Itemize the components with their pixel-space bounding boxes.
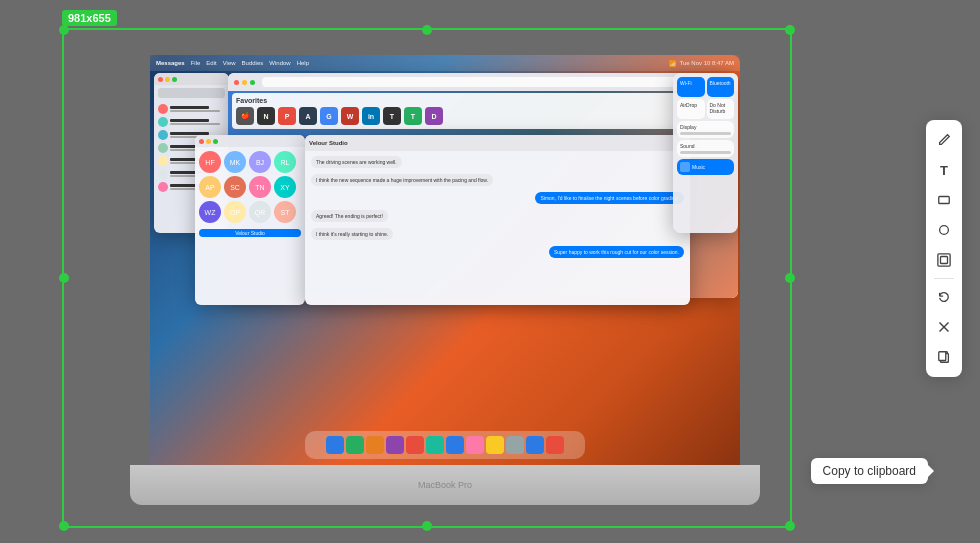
image-button[interactable] — [930, 246, 958, 274]
dock-icon-appstore[interactable] — [506, 436, 524, 454]
cc-donotdisturb-tile[interactable]: Do Not Disturb — [707, 99, 735, 119]
avatar — [158, 104, 168, 114]
fav-linkedin[interactable]: in — [362, 107, 380, 125]
contact-avatar[interactable]: MK — [224, 151, 246, 173]
close-button[interactable] — [930, 313, 958, 341]
contact-avatar[interactable]: WZ — [199, 201, 221, 223]
svg-rect-0 — [939, 197, 950, 204]
wifi-label: Wi-Fi — [680, 80, 702, 86]
sound-slider[interactable] — [680, 151, 731, 154]
dock-icon-trash[interactable] — [546, 436, 564, 454]
contact-avatar[interactable]: BJ — [249, 151, 271, 173]
menubar-edit: Edit — [206, 60, 216, 66]
contact-avatar[interactable]: OP — [224, 201, 246, 223]
bluetooth-label: Bluetooth — [710, 80, 732, 86]
dock-icon-photos[interactable] — [406, 436, 424, 454]
contact-avatar[interactable]: QR — [249, 201, 271, 223]
cc-music-tile[interactable]: Music — [677, 159, 734, 175]
fav-ace[interactable]: A — [299, 107, 317, 125]
list-item[interactable] — [156, 116, 227, 128]
contact-selected[interactable]: Velour Studio — [199, 229, 301, 237]
svg-rect-3 — [941, 257, 948, 264]
handle-middle-left[interactable] — [59, 273, 69, 283]
dock-icon-music[interactable] — [446, 436, 464, 454]
avatar — [158, 130, 168, 140]
cc-sound-tile[interactable]: Sound — [677, 140, 734, 157]
dock-icon-safari[interactable] — [426, 436, 444, 454]
contact-name-label: Velour Studio — [195, 227, 305, 239]
traffic-light-red[interactable] — [158, 77, 163, 82]
dock-icon-notes[interactable] — [486, 436, 504, 454]
safari-favorites-title: Favorites — [236, 97, 730, 104]
chat-title: Velour Studio — [309, 140, 348, 146]
undo-button[interactable] — [930, 283, 958, 311]
menubar-items: Messages File Edit View Buddies Window H… — [156, 60, 665, 66]
chat-contacts-window: HF MK BJ RL AP SC TN XY WZ OP QR ST Velo… — [195, 135, 305, 305]
avatar — [158, 156, 168, 166]
menubar-help: Help — [297, 60, 309, 66]
dock-icon-finder[interactable] — [326, 436, 344, 454]
annotate-button[interactable] — [930, 126, 958, 154]
mac-menubar: Messages File Edit View Buddies Window H… — [150, 55, 740, 71]
contact-avatar[interactable]: TN — [249, 176, 271, 198]
circle-button[interactable] — [930, 216, 958, 244]
message-bubble: I think the new sequence made a huge imp… — [311, 174, 493, 186]
handle-bottom-right[interactable] — [785, 521, 795, 531]
copy-clipboard-button[interactable] — [930, 343, 958, 371]
handle-top-center[interactable] — [422, 25, 432, 35]
chat-tl-green[interactable] — [213, 139, 218, 144]
messages-search[interactable] — [158, 88, 225, 98]
dock-icon-mail[interactable] — [386, 436, 404, 454]
handle-top-left[interactable] — [59, 25, 69, 35]
handle-bottom-center[interactable] — [422, 521, 432, 531]
avatar — [158, 117, 168, 127]
cc-airdrop-tile[interactable]: AirDrop — [677, 99, 705, 119]
fav-tet[interactable]: T — [404, 107, 422, 125]
handle-middle-right[interactable] — [785, 273, 795, 283]
avatar — [158, 143, 168, 153]
dock-icon-podcasts[interactable] — [466, 436, 484, 454]
safari-urlbar[interactable] — [262, 77, 728, 87]
contact-avatar[interactable]: HF — [199, 151, 221, 173]
contact-avatar[interactable]: RL — [274, 151, 296, 173]
list-item[interactable] — [156, 103, 227, 115]
cc-bluetooth-tile[interactable]: Bluetooth — [707, 77, 735, 97]
fav-t[interactable]: T — [383, 107, 401, 125]
handle-bottom-left[interactable] — [59, 521, 69, 531]
text-button[interactable]: T — [930, 156, 958, 184]
macbook-frame: Messages File Edit View Buddies Window H… — [130, 55, 760, 505]
traffic-light-yellow[interactable] — [165, 77, 170, 82]
contact-avatar[interactable]: SC — [224, 176, 246, 198]
avatar — [158, 182, 168, 192]
dock-icon-facetime[interactable] — [346, 436, 364, 454]
safari-tl-yellow[interactable] — [242, 80, 247, 85]
safari-favorites: Favorites 🍎 N P A G W in T T D — [232, 93, 734, 129]
fav-patchwork[interactable]: P — [278, 107, 296, 125]
toolbar-panel: T — [926, 120, 962, 377]
menubar-view: View — [223, 60, 236, 66]
chat-tl-red[interactable] — [199, 139, 204, 144]
handle-top-right[interactable] — [785, 25, 795, 35]
cc-display-tile[interactable]: Display — [677, 121, 734, 138]
chat-tl-yellow[interactable] — [206, 139, 211, 144]
display-slider[interactable] — [680, 132, 731, 135]
dock-icon-system[interactable] — [526, 436, 544, 454]
fav-nice[interactable]: N — [257, 107, 275, 125]
fav-design[interactable]: D — [425, 107, 443, 125]
safari-tl-green[interactable] — [250, 80, 255, 85]
chat-messages-panel: Velour Studio The driving scenes are wor… — [305, 135, 690, 305]
contact-avatar[interactable]: ST — [274, 201, 296, 223]
dock-icon-messages[interactable] — [366, 436, 384, 454]
fav-wsj[interactable]: W — [341, 107, 359, 125]
contact-avatar[interactable]: XY — [274, 176, 296, 198]
traffic-light-green[interactable] — [172, 77, 177, 82]
rectangle-button[interactable] — [930, 186, 958, 214]
contact-avatar[interactable]: AP — [199, 176, 221, 198]
message-bubble: Agreed! The ending is perfect! — [311, 210, 388, 222]
safari-tl-red[interactable] — [234, 80, 239, 85]
message-bubble: Super happy to work this rough cut for o… — [549, 246, 684, 258]
fav-apple[interactable]: 🍎 — [236, 107, 254, 125]
fav-google[interactable]: G — [320, 107, 338, 125]
message-bubble: The driving scenes are working well. — [311, 156, 402, 168]
cc-wifi-tile[interactable]: Wi-Fi — [677, 77, 705, 97]
